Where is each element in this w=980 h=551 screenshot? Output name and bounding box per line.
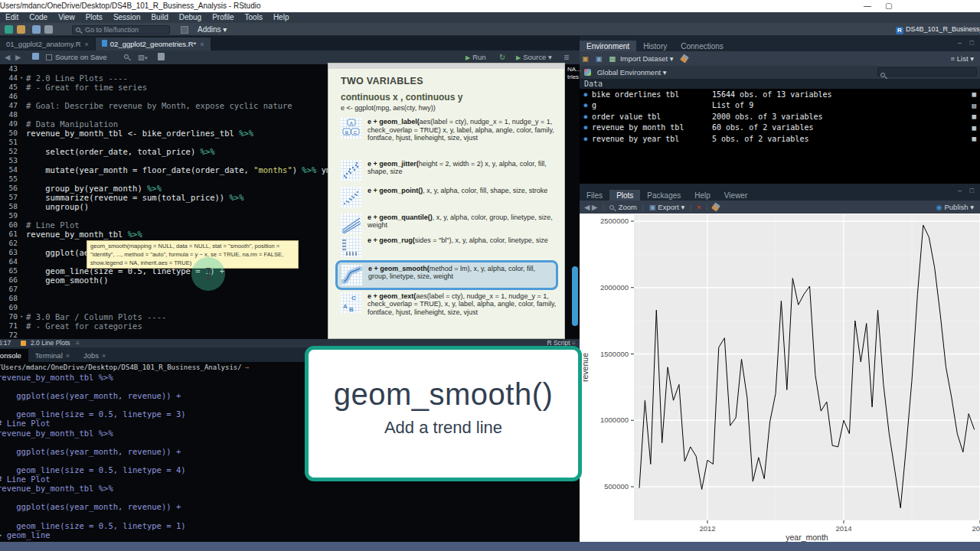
line-number: 64 (0, 257, 20, 266)
save-file-icon[interactable] (32, 53, 39, 60)
source-on-save-checkbox[interactable]: Source on Save (46, 53, 107, 61)
line-number: 51 (0, 138, 20, 147)
svg-text:B: B (345, 130, 349, 135)
goto-file-input[interactable]: Go to file/function (72, 25, 170, 34)
menu-edit[interactable]: Edit (0, 12, 24, 23)
environment-object-row[interactable]: ●order_value_tbl2000 obs. of 3 variables… (580, 111, 980, 122)
menu-profile[interactable]: Profile (207, 12, 239, 23)
find-icon[interactable] (124, 54, 129, 59)
print-icon[interactable] (44, 25, 53, 34)
fold-gutter (20, 147, 26, 156)
object-expand-icon[interactable]: ● (580, 124, 592, 131)
close-tab-icon[interactable]: × (102, 352, 106, 360)
environment-scope-row: Global Environment ▾ (580, 66, 980, 79)
cursor-position: 66:17 (0, 339, 11, 347)
menubar: EditCodeViewPlotsSessionBuildDebugProfil… (0, 12, 980, 23)
cheatsheet-item: e + geom_quantile(), x, y, alpha, color,… (341, 214, 558, 234)
menu-plots[interactable]: Plots (80, 12, 108, 23)
minimize-icon[interactable]: — (864, 0, 871, 12)
goto-dir-icon[interactable]: → (245, 364, 249, 371)
document-outline-icon[interactable]: ≣ (564, 53, 570, 61)
environment-toolbar: ▣ ▣ ▦ Import Dataset ▾ ≡ List ▾ (580, 51, 980, 66)
cheatsheet-subtitle: continuous x , continuous y (341, 92, 558, 103)
object-expand-icon[interactable]: ● (580, 135, 592, 142)
environment-search-input[interactable] (877, 67, 977, 77)
next-plot-icon[interactable]: ▶ (592, 203, 597, 211)
console-line: > geom_line (0, 530, 580, 540)
menu-session[interactable]: Session (108, 12, 146, 23)
svg-text:1000000: 1000000 (600, 416, 629, 424)
menu-tools[interactable]: Tools (240, 12, 268, 23)
object-name: revenue_by_year_tbl (592, 135, 712, 143)
environment-object-row[interactable]: ●bike_orderlines_tbl15644 obs. of 13 var… (580, 89, 980, 100)
forward-icon[interactable]: ▶ (15, 53, 21, 61)
code-tools-icon[interactable]: ▨▾ (138, 53, 148, 61)
object-expand-icon[interactable]: ● (580, 102, 592, 109)
view-table-icon[interactable]: ▦ (972, 112, 976, 120)
object-expand-icon[interactable]: ● (580, 113, 592, 120)
pane-controls-icon[interactable]: – □ (958, 39, 977, 47)
pane-controls-icon[interactable]: – □ (958, 187, 977, 194)
environment-object-row[interactable]: ●gList of 9▤ (580, 100, 980, 112)
view-table-icon[interactable]: ▦ (972, 135, 976, 142)
fold-icon[interactable]: ▾ (20, 73, 26, 83)
view-list-icon[interactable]: ▤ (972, 102, 976, 109)
list-view-button[interactable]: List ▾ (957, 54, 974, 63)
clear-plots-icon[interactable] (711, 203, 720, 212)
remove-plot-icon[interactable]: × (697, 203, 701, 211)
line-number: 60 (0, 220, 20, 230)
open-file-icon[interactable] (17, 25, 25, 34)
global-environment-dropdown[interactable]: Global Environment ▾ (597, 68, 667, 77)
export-button[interactable]: Export ▾ (658, 203, 684, 211)
environment-object-list: Data ●bike_orderlines_tbl15644 obs. of 1… (580, 79, 980, 184)
addins-button[interactable]: Addins ▾ (198, 25, 227, 34)
line-number: 52 (0, 147, 20, 156)
line-number: 65 (0, 266, 20, 276)
environment-object-row[interactable]: ●revenue_by_month_tbl60 obs. of 2 variab… (580, 122, 980, 134)
fold-icon[interactable]: ▾ (20, 312, 26, 321)
new-file-icon[interactable] (5, 25, 13, 34)
maximize-icon[interactable]: ▢ (885, 0, 892, 12)
run-button[interactable]: ▶Run (466, 53, 486, 61)
menu-help[interactable]: Help (268, 12, 295, 23)
project-selector[interactable]: RDS4B_101_R_Business_Anal (896, 24, 980, 35)
fold-gutter (20, 165, 26, 174)
previous-plot-icon[interactable]: ◀ (584, 203, 590, 211)
object-expand-icon[interactable]: ● (580, 91, 592, 98)
run-icon: ▶ (466, 54, 470, 61)
editor-scrollbar[interactable] (572, 266, 578, 326)
text-cursor-icon (207, 268, 209, 280)
menu-build[interactable]: Build (145, 12, 173, 23)
back-icon[interactable]: ◀ (5, 53, 10, 61)
view-table-icon[interactable]: ▦ (972, 124, 976, 132)
line-number: 69 (0, 303, 20, 312)
menu-code[interactable]: Code (24, 12, 53, 23)
close-tab-icon[interactable]: × (200, 41, 204, 48)
import-dataset-button[interactable]: Import Dataset ▾ (620, 54, 674, 63)
compile-report-icon[interactable] (158, 53, 165, 60)
rerun-icon[interactable]: ↻ (499, 53, 505, 61)
close-tab-icon[interactable]: × (85, 41, 89, 48)
editor-fragment: NA... (567, 66, 581, 73)
search-icon (76, 28, 80, 32)
fold-gutter (20, 285, 26, 294)
save-workspace-icon[interactable]: ▣ (596, 54, 603, 63)
section-menu-icon[interactable]: ≡ (76, 339, 80, 347)
panes-grid-icon[interactable] (181, 26, 188, 34)
menu-view[interactable]: View (53, 12, 80, 23)
environment-object-row[interactable]: ●revenue_by_year_tbl5 obs. of 2 variable… (580, 133, 980, 145)
menu-debug[interactable]: Debug (174, 12, 207, 23)
view-table-icon[interactable]: ▦ (972, 90, 976, 98)
clear-objects-icon[interactable] (680, 54, 689, 64)
line-number: 56 (0, 184, 20, 193)
text-icon: CAB (341, 292, 361, 313)
zoom-button[interactable]: Zoom (619, 203, 637, 211)
load-workspace-icon[interactable]: ▣ (582, 54, 589, 63)
close-tab-icon[interactable]: × (66, 352, 70, 360)
editor-tab-strip: 01_ggplot2_anatomy.R×02_ggplot2_geometri… (0, 36, 580, 51)
publish-button[interactable]: Publish ▾ (944, 203, 974, 211)
section-label[interactable]: 2.0 Line Plots (31, 339, 70, 347)
svg-text:2000000: 2000000 (600, 283, 629, 292)
source-button[interactable]: ▶Source ▾ (516, 53, 552, 61)
save-icon[interactable] (32, 25, 41, 34)
